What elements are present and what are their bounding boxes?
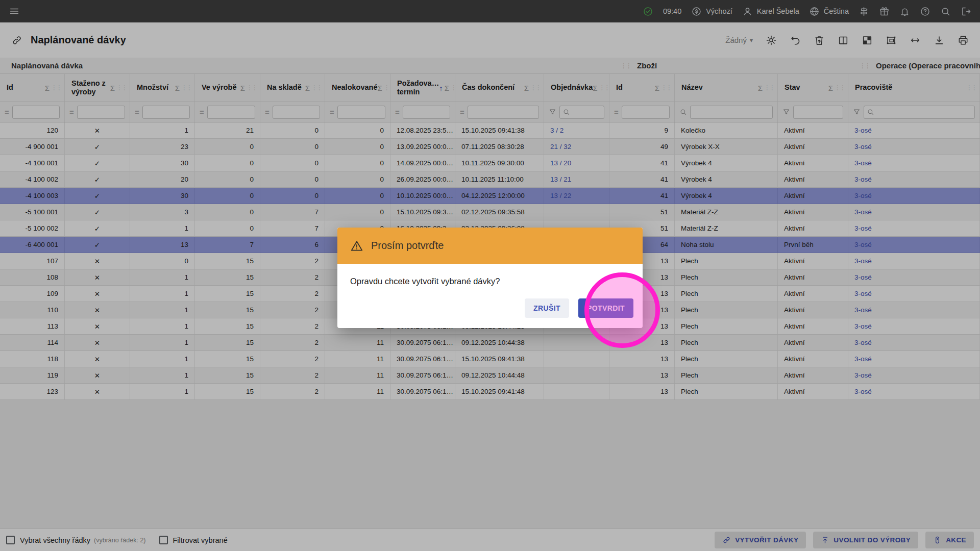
cancel-button[interactable]: ZRUŠIT <box>525 298 569 318</box>
confirm-dialog-title: Prosím potvrďte <box>371 240 444 252</box>
confirm-dialog-header: Prosím potvrďte <box>337 228 643 264</box>
app-window: 09:40 Výchozí Karel Šebela Čeština Naplá… <box>0 0 980 551</box>
highlight-circle <box>584 272 660 348</box>
warning-triangle-icon <box>350 239 363 253</box>
